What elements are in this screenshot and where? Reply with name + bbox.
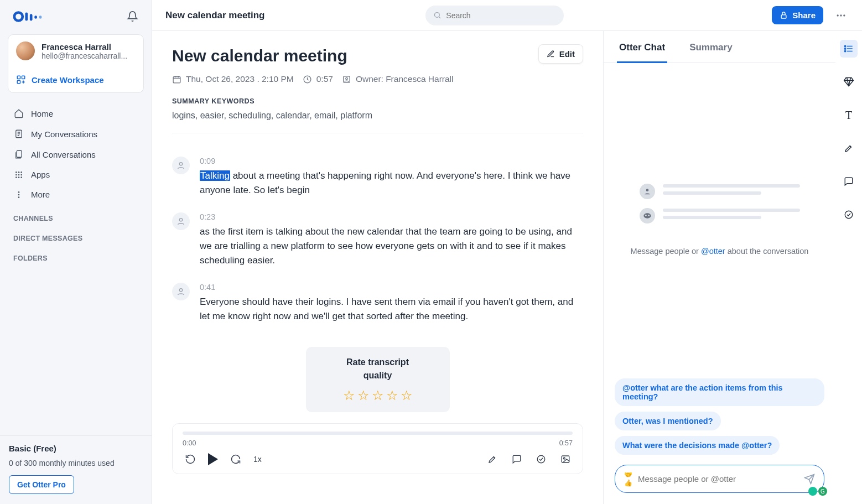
nav-apps[interactable]: Apps bbox=[8, 165, 144, 184]
documents-icon bbox=[13, 149, 24, 159]
forward-icon[interactable] bbox=[228, 451, 243, 467]
nav: Home My Conversations All Conversations … bbox=[0, 103, 152, 205]
section-channels[interactable]: CHANNELS bbox=[0, 205, 152, 225]
star-icon[interactable]: ☆ bbox=[343, 388, 355, 403]
tool-gem[interactable] bbox=[840, 73, 858, 91]
svg-point-0 bbox=[14, 13, 23, 21]
svg-rect-2 bbox=[30, 14, 33, 20]
share-label: Share bbox=[792, 11, 816, 20]
send-icon[interactable] bbox=[804, 474, 815, 485]
edit-button[interactable]: Edit bbox=[538, 44, 583, 64]
get-pro-button[interactable]: Get Otter Pro bbox=[9, 475, 74, 494]
placeholder-row bbox=[640, 184, 800, 199]
meeting-date: Thu, Oct 26, 2023 . 2:10 PM bbox=[172, 74, 294, 84]
transcript: 0:09 Talking about a meeting that's happ… bbox=[172, 144, 583, 338]
nav-my-conversations[interactable]: My Conversations bbox=[8, 124, 144, 144]
tool-comment[interactable] bbox=[840, 173, 858, 190]
svg-point-44 bbox=[845, 211, 853, 219]
svg-rect-7 bbox=[17, 81, 20, 84]
svg-rect-1 bbox=[25, 13, 28, 21]
meeting-owner-text: Owner: Francesca Harrall bbox=[356, 74, 454, 84]
nav-more[interactable]: More bbox=[8, 185, 144, 204]
segment-0[interactable]: 0:09 Talking about a meeting that's happ… bbox=[172, 157, 583, 198]
logo-icon bbox=[13, 10, 41, 22]
pencil-icon bbox=[547, 50, 555, 58]
svg-point-43 bbox=[845, 50, 846, 51]
svg-rect-3 bbox=[34, 15, 37, 19]
suggestion-chip[interactable]: What were the decisions made @otter? bbox=[615, 436, 780, 455]
comment-icon bbox=[844, 176, 854, 186]
svg-point-14 bbox=[18, 174, 20, 175]
tool-highlight[interactable] bbox=[840, 139, 858, 157]
topbar: New calendar meeting Share bbox=[152, 0, 862, 31]
nav-apps-label: Apps bbox=[31, 170, 50, 179]
progress-bar[interactable] bbox=[183, 432, 573, 435]
rate-title-2: quality bbox=[316, 369, 440, 382]
check-circle-icon[interactable] bbox=[534, 452, 548, 466]
placeholder-row bbox=[640, 208, 800, 224]
nav-home[interactable]: Home bbox=[8, 103, 144, 123]
svg-point-21 bbox=[18, 196, 20, 198]
segment-text: as the first item is talking about the n… bbox=[200, 225, 583, 268]
section-folders[interactable]: FOLDERS bbox=[0, 245, 152, 264]
suggestion-chip[interactable]: Otter, was I mentioned? bbox=[615, 412, 721, 430]
share-button[interactable]: Share bbox=[772, 6, 823, 24]
image-icon[interactable] bbox=[558, 452, 573, 466]
section-direct-messages[interactable]: DIRECT MESSAGES bbox=[0, 225, 152, 245]
search-icon bbox=[433, 11, 442, 19]
svg-point-30 bbox=[346, 77, 348, 80]
transcript-pane: Edit New calendar meeting Thu, Oct 26, 2… bbox=[152, 31, 603, 504]
app-logo[interactable] bbox=[13, 10, 41, 22]
keywords-label: SUMMARY KEYWORDS bbox=[172, 97, 583, 105]
tool-text[interactable]: T bbox=[840, 106, 858, 124]
comment-icon[interactable] bbox=[510, 452, 524, 466]
workspace-add-icon bbox=[16, 75, 26, 85]
highlight-icon[interactable] bbox=[485, 452, 500, 466]
star-icon[interactable]: ☆ bbox=[401, 388, 413, 403]
svg-rect-6 bbox=[22, 76, 25, 79]
svg-point-10 bbox=[15, 172, 17, 173]
svg-point-13 bbox=[15, 174, 17, 175]
star-icon[interactable]: ☆ bbox=[372, 388, 384, 403]
svg-rect-4 bbox=[39, 15, 42, 19]
stars[interactable]: ☆ ☆ ☆ ☆ ☆ bbox=[316, 388, 440, 403]
tool-check[interactable] bbox=[840, 206, 858, 224]
meeting-title[interactable]: New calendar meeting bbox=[172, 46, 583, 65]
sidebar: Francesca Harrall hello@francescaharrall… bbox=[0, 0, 152, 504]
star-icon[interactable]: ☆ bbox=[357, 388, 370, 403]
svg-point-38 bbox=[643, 213, 651, 218]
owner-icon bbox=[342, 75, 351, 84]
search-wrapper[interactable] bbox=[425, 6, 564, 25]
meeting-owner: Owner: Francesca Harrall bbox=[342, 74, 454, 84]
emoji-icon: 🤝👍 bbox=[624, 471, 632, 487]
play-button[interactable] bbox=[208, 453, 218, 465]
segment-ts: 0:09 bbox=[200, 157, 583, 165]
notifications-icon[interactable] bbox=[127, 11, 138, 22]
user-row[interactable]: Francesca Harrall hello@francescaharrall… bbox=[8, 35, 143, 67]
composer-input[interactable] bbox=[638, 474, 798, 484]
page-title: New calendar meeting bbox=[165, 10, 265, 21]
plan-panel: Basic (Free) 0 of 300 monthly minutes us… bbox=[0, 435, 152, 504]
svg-rect-5 bbox=[17, 76, 20, 79]
star-icon[interactable]: ☆ bbox=[386, 388, 398, 403]
svg-point-22 bbox=[435, 13, 440, 18]
grammarly-badge: G bbox=[808, 487, 827, 496]
create-workspace-button[interactable]: Create Workspace bbox=[8, 67, 143, 92]
suggestion-chip[interactable]: @otter what are the action items from th… bbox=[615, 378, 824, 406]
tab-summary[interactable]: Summary bbox=[687, 31, 734, 62]
keywords-list: logins, easier, scheduling, calendar, em… bbox=[172, 111, 583, 121]
speed-label[interactable]: 1x bbox=[253, 455, 262, 464]
clock-icon bbox=[303, 75, 312, 84]
segment-1[interactable]: 0:23 as the first item is talking about … bbox=[172, 212, 583, 268]
kebab-menu[interactable] bbox=[833, 8, 849, 23]
tool-outline[interactable] bbox=[840, 40, 858, 58]
rewind-icon[interactable] bbox=[183, 451, 198, 467]
segment-2[interactable]: 0:41 Everyone should have their logins. … bbox=[172, 283, 583, 324]
plan-usage: 0 of 300 monthly minutes used bbox=[9, 459, 143, 467]
nav-all-conversations[interactable]: All Conversations bbox=[8, 144, 144, 164]
search-input[interactable] bbox=[446, 11, 556, 20]
svg-point-17 bbox=[18, 176, 20, 178]
tab-otter-chat[interactable]: Otter Chat bbox=[617, 31, 667, 62]
composer[interactable]: 🤝👍 G bbox=[615, 465, 824, 493]
svg-point-12 bbox=[20, 172, 22, 173]
